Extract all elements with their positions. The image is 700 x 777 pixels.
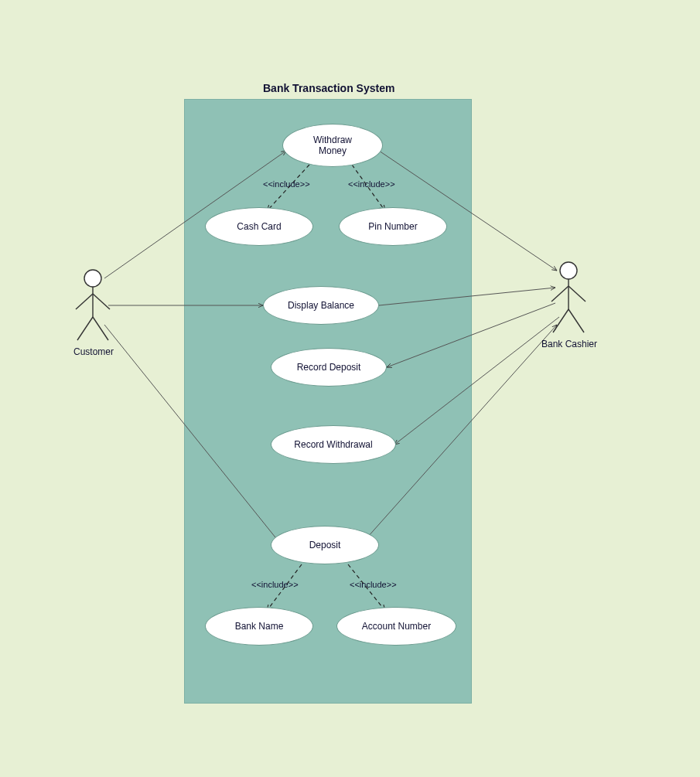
usecase-account-number: Account Number xyxy=(336,607,456,646)
svg-line-2 xyxy=(76,294,93,309)
svg-line-3 xyxy=(93,294,110,309)
edge-cashier-recdep xyxy=(387,303,555,367)
svg-line-5 xyxy=(93,317,108,340)
svg-line-10 xyxy=(553,309,569,332)
actor-cashier xyxy=(551,262,586,332)
actor-cashier-label: Bank Cashier xyxy=(541,339,597,349)
include-label-2: <<include>> xyxy=(348,179,395,189)
svg-point-6 xyxy=(560,262,577,279)
edge-customer-deposit xyxy=(104,325,278,541)
actor-customer xyxy=(76,270,110,340)
usecase-record-withdrawal: Record Withdrawal xyxy=(271,425,396,464)
diagram-canvas: Bank Transaction System xyxy=(0,0,700,777)
actor-customer-label: Customer xyxy=(73,346,114,357)
include-label-1: <<include>> xyxy=(263,179,310,189)
usecase-cash-card: Cash Card xyxy=(205,207,313,246)
usecase-bank-name: Bank Name xyxy=(205,607,313,646)
svg-line-9 xyxy=(569,286,586,302)
svg-line-8 xyxy=(551,286,569,302)
usecase-pin-number: Pin Number xyxy=(339,207,447,246)
include-label-3: <<include>> xyxy=(251,580,299,589)
usecase-withdraw-money: Withdraw Money xyxy=(282,124,383,167)
edge-deposit-cashier xyxy=(367,325,557,537)
edge-cashier-recwith xyxy=(394,317,559,445)
usecase-display-balance: Display Balance xyxy=(263,286,379,325)
svg-line-11 xyxy=(569,309,584,332)
svg-line-4 xyxy=(77,317,93,340)
usecase-record-deposit: Record Deposit xyxy=(271,348,387,387)
include-label-4: <<include>> xyxy=(350,580,397,589)
edge-display-cashier xyxy=(379,288,555,305)
svg-point-0 xyxy=(84,270,101,287)
connector-layer xyxy=(0,0,700,777)
usecase-deposit: Deposit xyxy=(271,526,379,564)
